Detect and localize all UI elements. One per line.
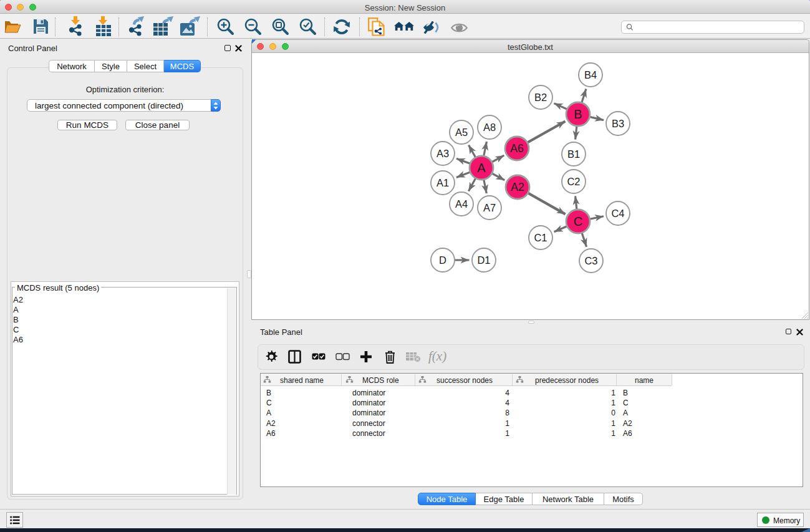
svg-text:D1: D1 [477, 254, 490, 266]
svg-text:A8: A8 [483, 122, 496, 133]
svg-text:A2: A2 [511, 181, 524, 193]
svg-text:B4: B4 [584, 69, 597, 80]
svg-text:A1: A1 [436, 177, 449, 188]
svg-text:C1: C1 [534, 232, 547, 243]
svg-text:B2: B2 [534, 92, 547, 103]
svg-text:A4: A4 [455, 198, 468, 210]
svg-text:B3: B3 [612, 118, 624, 129]
svg-text:B1: B1 [567, 148, 580, 160]
svg-text:C2: C2 [567, 176, 580, 187]
svg-text:D: D [439, 254, 446, 266]
svg-text:A7: A7 [483, 202, 496, 213]
svg-text:C4: C4 [611, 208, 624, 219]
svg-text:A5: A5 [455, 127, 468, 138]
svg-text:A3: A3 [436, 148, 449, 159]
svg-text:A: A [477, 161, 486, 175]
svg-text:A6: A6 [510, 142, 523, 155]
svg-text:C3: C3 [584, 255, 597, 266]
svg-text:C: C [574, 215, 582, 228]
svg-text:B: B [574, 107, 582, 121]
